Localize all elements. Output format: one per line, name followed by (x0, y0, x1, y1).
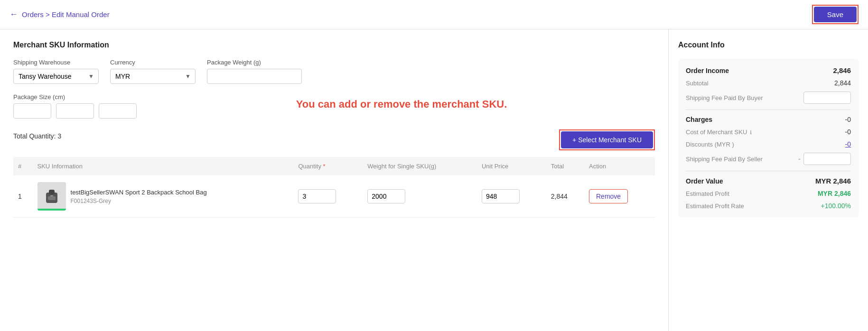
green-line-decoration (37, 209, 66, 211)
cost-merchant-sku-value: -0 (845, 128, 851, 136)
sku-table-body: 1 testBigSellerSWAN Sport 2 Backpack Sch (13, 175, 655, 218)
order-value-row: Order Value MYR 2,846 (686, 177, 851, 185)
left-panel: Merchant SKU Information Shipping Wareho… (0, 29, 669, 331)
back-arrow-icon[interactable]: ← (9, 9, 18, 19)
form-row-2: Package Size (cm) 0 0 0 You can add or r… (13, 93, 655, 120)
svg-rect-2 (48, 196, 56, 200)
table-row: 1 testBigSellerSWAN Sport 2 Backpack Sch (13, 175, 655, 218)
package-size-h-input[interactable]: 0 (56, 103, 94, 119)
col-weight-single: Weight for Single SKU(g) (363, 157, 477, 175)
breadcrumb: Orders > Edit Manual Order (22, 10, 110, 18)
charges-value: -0 (845, 116, 851, 123)
row-quantity (293, 175, 363, 218)
product-sku: F001243S-Grey (71, 198, 207, 204)
right-panel: Account Info Order Income 2,846 Subtotal… (669, 29, 868, 331)
breadcrumb-area: ← Orders > Edit Manual Order (9, 9, 110, 19)
row-product-info: testBigSellerSWAN Sport 2 Backpack Schoo… (33, 175, 294, 218)
weight-single-input[interactable] (367, 189, 405, 203)
shipping-warehouse-select[interactable]: Tansy Warehouse (13, 69, 99, 84)
shipping-fee-seller-dash: - (798, 155, 801, 163)
order-value-label: Order Value (686, 177, 723, 185)
package-weight-label: Package Weight (g) (207, 59, 302, 66)
col-action: Action (584, 157, 655, 175)
row-weight-single (363, 175, 477, 218)
package-weight-group: Package Weight (g) 6000 (207, 59, 302, 84)
shipping-warehouse-label: Shipping Warehouse (13, 59, 99, 66)
shipping-fee-seller-row: Shipping Fee Paid By Seller - (686, 153, 851, 165)
sku-table-header: # SKU Information Quantity * Weight for … (13, 157, 655, 175)
subtotal-label: Subtotal (686, 80, 709, 87)
subtotal-row: Subtotal 2,844 (686, 79, 851, 87)
product-name: testBigSellerSWAN Sport 2 Backpack Schoo… (71, 189, 207, 196)
row-action: Remove (584, 175, 655, 218)
shipping-warehouse-select-wrapper: Tansy Warehouse ▼ (13, 69, 99, 84)
product-image (37, 182, 66, 211)
currency-select[interactable]: MYR (110, 69, 196, 84)
save-button-wrapper: Save (812, 5, 859, 24)
account-info-card: Order Income 2,846 Subtotal 2,844 Shippi… (678, 59, 859, 217)
cost-merchant-sku-label: Cost of Merchant SKU ℹ (686, 129, 752, 136)
save-button[interactable]: Save (814, 7, 857, 22)
order-income-value: 2,846 (833, 66, 851, 74)
info-icon: ℹ (750, 129, 752, 135)
shipping-fee-buyer-input[interactable]: 2 (803, 92, 851, 104)
estimated-profit-row: Estimated Profit MYR 2,846 (686, 190, 851, 197)
charges-label: Charges (686, 116, 712, 123)
order-value-value: MYR 2,846 (815, 177, 851, 185)
required-asterisk: * (323, 163, 326, 170)
row-total: 2,844 (546, 175, 584, 218)
shipping-fee-seller-input[interactable] (803, 153, 851, 165)
row-index: 1 (13, 175, 33, 218)
package-size-label: Package Size (cm) (13, 93, 137, 101)
shipping-fee-buyer-label: Shipping Fee Paid By Buyer (686, 94, 763, 101)
shipping-warehouse-group: Shipping Warehouse Tansy Warehouse ▼ (13, 59, 99, 84)
section-title: Merchant SKU Information (13, 41, 655, 49)
cost-merchant-sku-row: Cost of Merchant SKU ℹ -0 (686, 128, 851, 136)
svg-rect-1 (49, 190, 55, 194)
package-size-d-input[interactable]: 0 (99, 103, 137, 119)
col-total: Total (546, 157, 584, 175)
discounts-value[interactable]: -0 (845, 140, 851, 148)
shipping-fee-buyer-row: Shipping Fee Paid By Buyer 2 (686, 92, 851, 104)
svg-rect-3 (50, 195, 53, 196)
main-layout: Merchant SKU Information Shipping Wareho… (0, 29, 868, 331)
total-quantity: Total Quantity: 3 (13, 132, 61, 140)
backpack-icon (42, 187, 61, 206)
package-weight-input[interactable]: 6000 (207, 69, 302, 84)
estimated-profit-label: Estimated Profit (686, 190, 729, 197)
estimated-profit-rate-row: Estimated Profit Rate +100.00% (686, 202, 851, 210)
currency-select-wrapper: MYR ▼ (110, 69, 196, 84)
unit-price-input[interactable] (482, 189, 520, 203)
select-sku-button[interactable]: + Select Merchant SKU (561, 131, 653, 148)
estimated-profit-rate-value: +100.00% (821, 202, 851, 210)
quantity-input[interactable] (298, 189, 336, 203)
select-sku-button-wrapper: + Select Merchant SKU (559, 129, 655, 150)
discounts-row: Discounts (MYR ) -0 (686, 140, 851, 148)
col-hash: # (13, 157, 33, 175)
currency-label: Currency (110, 59, 196, 66)
estimated-profit-rate-label: Estimated Profit Rate (686, 202, 744, 210)
col-unit-price: Unit Price (477, 157, 546, 175)
charges-row: Charges -0 (686, 116, 851, 123)
order-income-row: Order Income 2,846 (686, 66, 851, 74)
col-sku-info: SKU Information (33, 157, 294, 175)
discounts-label: Discounts (MYR ) (686, 141, 734, 148)
divider-1 (686, 110, 851, 110)
sku-table: # SKU Information Quantity * Weight for … (13, 157, 655, 218)
estimated-profit-value: MYR 2,846 (818, 190, 851, 197)
package-size-group: Package Size (cm) 0 0 0 (13, 93, 137, 120)
total-quantity-label: Total Quantity: (13, 132, 56, 140)
shipping-fee-seller-label: Shipping Fee Paid By Seller (686, 156, 763, 163)
total-quantity-value: 3 (57, 132, 61, 140)
col-quantity: Quantity * (293, 157, 363, 175)
prompt-text: You can add or remove the merchant SKU. (296, 98, 507, 110)
currency-group: Currency MYR ▼ (110, 59, 196, 84)
order-income-label: Order Income (686, 67, 729, 74)
form-row-1: Shipping Warehouse Tansy Warehouse ▼ Cur… (13, 59, 655, 84)
package-size-inputs: 0 0 0 (13, 103, 137, 119)
package-size-w-input[interactable]: 0 (13, 103, 51, 119)
account-info-title: Account Info (678, 41, 859, 49)
remove-button[interactable]: Remove (589, 189, 628, 203)
top-bar: ← Orders > Edit Manual Order Save (0, 0, 868, 29)
divider-2 (686, 171, 851, 171)
